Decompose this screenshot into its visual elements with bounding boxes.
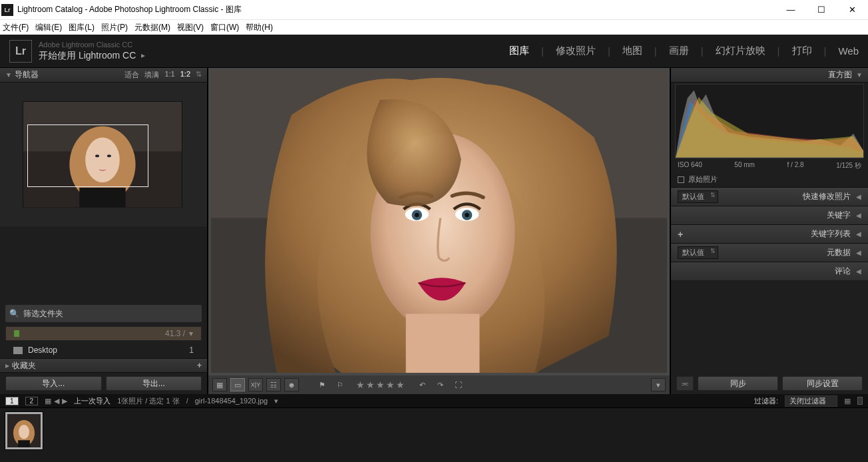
- filmstrip-mode-1[interactable]: 1: [5, 397, 19, 405]
- navigator-preview[interactable]: [0, 83, 207, 226]
- app-icon: Lr: [1, 4, 13, 16]
- folder-desktop[interactable]: Desktop 1: [5, 343, 202, 357]
- drive-row[interactable]: 41.3 / ▾: [5, 326, 202, 341]
- maximize-button[interactable]: ☐: [813, 5, 829, 15]
- zoom-1-1[interactable]: 1:1: [164, 70, 174, 80]
- collections-header[interactable]: ▸ 收藏夹 +: [0, 358, 207, 373]
- menu-help[interactable]: 帮助(H): [246, 22, 273, 33]
- filter-menu-icon[interactable]: ▦: [844, 397, 851, 405]
- zoom-fit[interactable]: 适合: [124, 70, 139, 80]
- rotate-ccw-button[interactable]: ↶: [415, 378, 429, 391]
- svg-point-20: [19, 425, 29, 439]
- compare-view-button[interactable]: X|Y: [248, 378, 263, 391]
- add-collection-button[interactable]: +: [197, 361, 202, 370]
- slideshow-button[interactable]: ⛶: [451, 378, 465, 391]
- zoom-stepper-icon[interactable]: ⇅: [196, 70, 202, 80]
- people-view-button[interactable]: ☻: [284, 378, 299, 391]
- preset-dropdown[interactable]: 默认值: [678, 190, 718, 203]
- breadcrumb-bar: 1 2 ▦ ◀ ▶ 上一次导入 1张照片 / 选定 1 张 / girl-184…: [0, 394, 868, 407]
- rotate-cw-button[interactable]: ↷: [433, 378, 447, 391]
- metadata-label: 元数据: [827, 247, 851, 258]
- original-checkbox[interactable]: [678, 176, 684, 183]
- minimize-button[interactable]: —: [783, 5, 799, 15]
- folder-desktop-label: Desktop: [28, 346, 57, 355]
- svg-rect-21: [18, 440, 30, 447]
- grid-view-button[interactable]: ▦: [212, 378, 227, 391]
- zoom-fill[interactable]: 填满: [144, 70, 159, 80]
- module-develop[interactable]: 修改照片: [556, 45, 596, 57]
- original-label: 原始照片: [688, 174, 718, 184]
- import-button[interactable]: 导入...: [5, 376, 102, 391]
- module-slideshow[interactable]: 幻灯片放映: [716, 45, 765, 57]
- menu-file[interactable]: 文件(F): [3, 22, 29, 33]
- chevron-down-icon: ▼: [5, 71, 12, 79]
- sync-settings-button[interactable]: 同步设置: [782, 376, 863, 391]
- menu-view[interactable]: 视图(V): [177, 22, 204, 33]
- navigator-header[interactable]: ▼ 导航器 适合 填满 1:1 1:2 ⇅: [0, 68, 207, 83]
- navigator-crop-rect[interactable]: [27, 124, 148, 187]
- sync-lock-button[interactable]: ⫘: [676, 376, 694, 391]
- rating-stars[interactable]: ★★★★★: [356, 379, 406, 390]
- module-web[interactable]: Web: [838, 45, 859, 57]
- filter-label: 过滤器:: [754, 396, 778, 406]
- search-icon: 🔍: [9, 309, 19, 318]
- chevron-left-icon: ◀: [856, 230, 861, 238]
- nav-back-icon[interactable]: ◀: [54, 397, 59, 405]
- toolbar-menu-button[interactable]: ▾: [651, 378, 666, 391]
- flag-reject-button[interactable]: ⚐: [333, 378, 347, 391]
- left-panel: ▼ 导航器 适合 填满 1:1 1:2 ⇅: [0, 68, 208, 394]
- loupe-view-button[interactable]: ▭: [230, 378, 245, 391]
- quickdev-section[interactable]: 默认值 快速修改照片 ◀: [671, 187, 868, 206]
- menu-photo[interactable]: 照片(P): [101, 22, 128, 33]
- survey-view-button[interactable]: ☷: [266, 378, 281, 391]
- menu-metadata[interactable]: 元数据(M): [134, 22, 170, 33]
- svg-rect-4: [79, 188, 125, 208]
- keywords-label: 关键字: [827, 210, 851, 221]
- add-keyword-button[interactable]: +: [678, 229, 683, 240]
- keywordlist-section[interactable]: + 关键字列表 ◀: [671, 224, 868, 243]
- module-book[interactable]: 画册: [669, 45, 689, 57]
- module-library[interactable]: 图库: [509, 45, 529, 57]
- nav-fwd-icon[interactable]: ▶: [62, 397, 67, 405]
- close-button[interactable]: ✕: [844, 5, 860, 15]
- zoom-1-2[interactable]: 1:2: [180, 70, 190, 80]
- metadata-section[interactable]: 默认值 元数据 ◀: [671, 243, 868, 262]
- lr-logo: Lr: [9, 40, 32, 63]
- svg-rect-11: [406, 314, 480, 373]
- breadcrumb-filename: girl-1848454_1920.jpg: [195, 397, 268, 405]
- grid-icon[interactable]: ▦: [45, 397, 51, 405]
- chevron-down-icon[interactable]: ▾: [274, 397, 278, 405]
- original-photo-row[interactable]: 原始照片: [671, 172, 868, 187]
- filmstrip-thumb[interactable]: [5, 412, 43, 449]
- breadcrumb-source[interactable]: 上一次导入: [74, 396, 110, 406]
- filmstrip[interactable]: [0, 407, 868, 462]
- histogram-display[interactable]: [675, 84, 864, 158]
- chevron-down-icon[interactable]: ▾: [189, 329, 193, 338]
- filmstrip-mode-2[interactable]: 2: [25, 397, 39, 405]
- comments-section[interactable]: 评论 ◀: [671, 262, 868, 280]
- collections-label: 收藏夹: [12, 360, 36, 371]
- menu-library[interactable]: 图库(L): [69, 22, 95, 33]
- image-preview[interactable]: [211, 71, 667, 373]
- navigator-label: 导航器: [15, 69, 39, 81]
- folder-desktop-count: 1: [189, 346, 194, 355]
- folder-filter-input[interactable]: 🔍 筛选文件夹: [5, 305, 202, 322]
- metadata-dropdown[interactable]: 默认值: [678, 246, 718, 259]
- menu-window[interactable]: 窗口(W): [210, 22, 239, 33]
- keywords-section[interactable]: 关键字 ◀: [671, 206, 868, 224]
- flag-pick-button[interactable]: ⚑: [315, 378, 329, 391]
- filter-lock-icon[interactable]: [857, 397, 863, 405]
- center-toolbar: ▦ ▭ X|Y ☷ ☻ ⚑ ⚐ ★★★★★ ↶ ↷ ⛶ ▾: [208, 375, 670, 394]
- chevron-right-icon: ▸: [5, 361, 9, 370]
- brand-arrow-icon: ▸: [141, 51, 145, 60]
- folder-icon: [13, 347, 23, 354]
- menu-edit[interactable]: 编辑(E): [35, 22, 62, 33]
- export-button[interactable]: 导出...: [106, 376, 202, 391]
- module-map[interactable]: 地图: [622, 45, 642, 57]
- module-print[interactable]: 打印: [792, 45, 812, 57]
- brand-line2[interactable]: 开始使用 Lightroom CC: [39, 50, 136, 62]
- sync-button[interactable]: 同步: [698, 376, 778, 391]
- filter-dropdown[interactable]: 关闭过滤器: [785, 395, 837, 407]
- brand-line1: Adobe Lightroom Classic CC: [39, 41, 145, 49]
- histogram-header[interactable]: 直方图 ▼: [671, 68, 868, 83]
